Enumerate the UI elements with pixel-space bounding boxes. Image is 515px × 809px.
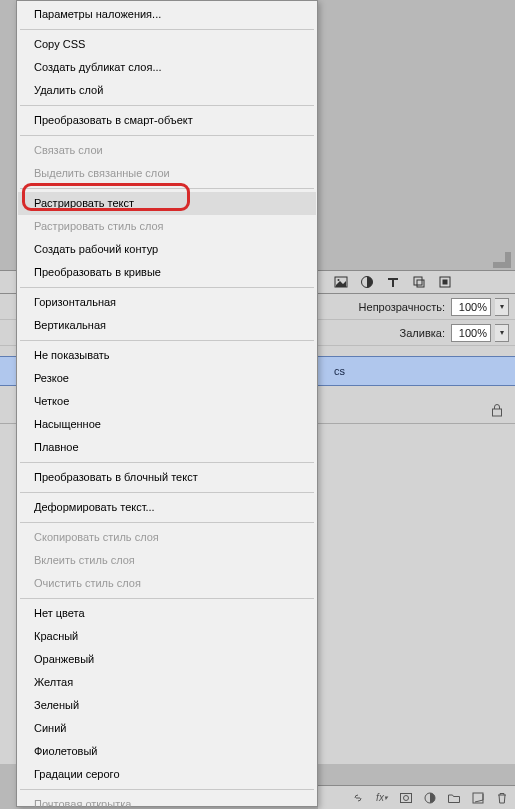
new-layer-icon[interactable] <box>471 791 485 805</box>
image-icon[interactable] <box>334 275 348 289</box>
type-icon[interactable] <box>386 275 400 289</box>
svg-rect-4 <box>417 280 424 287</box>
menu-separator <box>20 135 314 136</box>
layers-bottom-bar: fx▾ <box>318 785 515 809</box>
fill-input[interactable]: 100% <box>451 324 491 342</box>
menu-item: Растрировать стиль слоя <box>18 215 316 238</box>
menu-item[interactable]: Деформировать текст... <box>18 496 316 519</box>
menu-separator <box>20 789 314 790</box>
menu-item[interactable]: Красный <box>18 625 316 648</box>
menu-item[interactable]: Градации серого <box>18 763 316 786</box>
trash-icon[interactable] <box>495 791 509 805</box>
opacity-input[interactable]: 100% <box>451 298 491 316</box>
shape-icon[interactable] <box>412 275 426 289</box>
smart-icon[interactable] <box>438 275 452 289</box>
menu-item[interactable]: Плавное <box>18 436 316 459</box>
menu-item[interactable]: Создать дубликат слоя... <box>18 56 316 79</box>
menu-item: Выделить связанные слои <box>18 162 316 185</box>
menu-item[interactable]: Насыщенное <box>18 413 316 436</box>
menu-item[interactable]: Преобразовать в блочный текст <box>18 466 316 489</box>
link-icon[interactable] <box>351 791 365 805</box>
menu-item[interactable]: Резкое <box>18 367 316 390</box>
fill-label: Заливка: <box>400 327 445 339</box>
menu-item[interactable]: Растрировать текст <box>18 192 316 215</box>
menu-item[interactable]: Параметры наложения... <box>18 3 316 26</box>
svg-point-9 <box>404 795 409 800</box>
svg-rect-3 <box>414 277 422 285</box>
menu-separator <box>20 462 314 463</box>
menu-separator <box>20 340 314 341</box>
menu-separator <box>20 105 314 106</box>
menu-separator <box>20 598 314 599</box>
svg-point-1 <box>338 279 340 281</box>
menu-item[interactable]: Желтая <box>18 671 316 694</box>
opacity-label: Непрозрачность: <box>359 301 445 313</box>
menu-separator <box>20 492 314 493</box>
layer-context-menu: Параметры наложения...Copy CSSСоздать ду… <box>16 0 318 807</box>
menu-separator <box>20 188 314 189</box>
svg-rect-8 <box>401 793 412 802</box>
menu-item[interactable]: Синий <box>18 717 316 740</box>
menu-item: Очистить стиль слоя <box>18 572 316 595</box>
menu-item[interactable]: Зеленый <box>18 694 316 717</box>
mask-icon[interactable] <box>399 791 413 805</box>
menu-item[interactable]: Преобразовать в смарт-объект <box>18 109 316 132</box>
menu-item[interactable]: Нет цвета <box>18 602 316 625</box>
menu-separator <box>20 29 314 30</box>
svg-rect-6 <box>443 280 448 285</box>
menu-item[interactable]: Не показывать <box>18 344 316 367</box>
fx-icon[interactable]: fx▾ <box>375 791 389 805</box>
menu-item[interactable]: Вертикальная <box>18 314 316 337</box>
adjustment-icon[interactable] <box>423 791 437 805</box>
opacity-dropdown[interactable]: ▾ <box>495 298 509 316</box>
menu-item[interactable]: Фиолетовый <box>18 740 316 763</box>
menu-item[interactable]: Удалить слой <box>18 79 316 102</box>
menu-item: Почтовая открытка <box>18 793 316 809</box>
svg-rect-7 <box>493 409 502 416</box>
menu-item[interactable]: Горизонтальная <box>18 291 316 314</box>
folder-icon[interactable] <box>447 791 461 805</box>
menu-item[interactable]: Четкое <box>18 390 316 413</box>
layer-name-fragment: cs <box>334 365 345 377</box>
menu-item: Скопировать стиль слоя <box>18 526 316 549</box>
menu-separator <box>20 287 314 288</box>
menu-item[interactable]: Copy CSS <box>18 33 316 56</box>
menu-item: Связать слои <box>18 139 316 162</box>
adjust-icon[interactable] <box>360 275 374 289</box>
menu-item[interactable]: Преобразовать в кривые <box>18 261 316 284</box>
menu-separator <box>20 522 314 523</box>
lock-icon[interactable] <box>491 403 503 417</box>
menu-item[interactable]: Создать рабочий контур <box>18 238 316 261</box>
menu-item: Вклеить стиль слоя <box>18 549 316 572</box>
menu-item[interactable]: Оранжевый <box>18 648 316 671</box>
fill-dropdown[interactable]: ▾ <box>495 324 509 342</box>
